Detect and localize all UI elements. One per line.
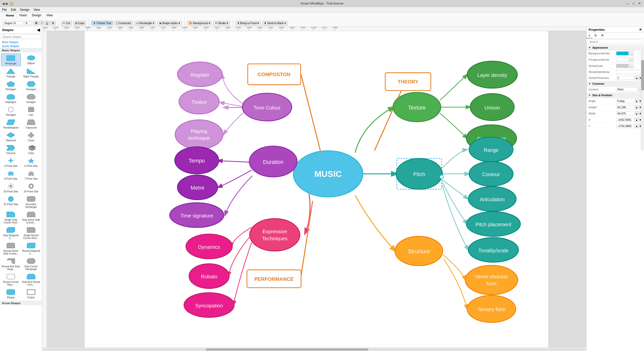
angle-input[interactable] — [616, 99, 634, 103]
x-up-btn[interactable]: ▲ — [635, 118, 638, 122]
props-search-input[interactable] — [588, 40, 643, 44]
quick-shapes-link[interactable]: Quick Shapes — [0, 44, 42, 48]
shapes-search-input[interactable] — [1, 35, 41, 39]
shape-ellipse[interactable]: Ellipse — [21, 53, 41, 66]
node-playing-technique[interactable] — [175, 120, 223, 149]
props-tab-3[interactable]: ⚙ — [599, 33, 606, 38]
shape-16-point-star[interactable]: 16-Point Star — [1, 182, 21, 194]
shape-32-point-star[interactable]: 32-Point Star — [1, 194, 21, 209]
props-tab-1[interactable]: ≡ — [587, 33, 592, 38]
home-btn[interactable]: 🏠 — [10, 2, 14, 6]
stroke-dash-input[interactable] — [616, 70, 642, 74]
bring-to-front-btn[interactable]: ⬆ Bring to Front ▾ — [235, 21, 261, 26]
props-tab-2[interactable]: ☰ — [592, 33, 599, 38]
h-scrollbar-thumb[interactable] — [206, 348, 369, 350]
shape-pentagon[interactable]: Pentagon — [1, 79, 21, 92]
stroke-color-picker-btn[interactable]: … — [629, 64, 634, 68]
shape-styles-btn[interactable]: ◈ Shape styles ▾ — [157, 21, 182, 26]
node-verse-chorus[interactable] — [465, 265, 518, 295]
send-to-back-btn[interactable]: ⬇ Send to Back ▾ — [262, 21, 288, 26]
shape-heptagon[interactable]: Heptagon — [1, 92, 21, 104]
shape-parallelogram[interactable]: Parallelogram — [1, 118, 21, 130]
v-scrollbar[interactable] — [641, 50, 644, 150]
maximize-btn[interactable]: □ — [631, 1, 636, 6]
shape-can[interactable]: Can — [21, 105, 41, 117]
height-up-btn[interactable]: ▲ — [635, 105, 638, 109]
section-arrow-shapes[interactable]: Arrow Shapes — [0, 301, 42, 305]
shape-24-point-star[interactable]: 24-Point Star — [21, 182, 41, 194]
shape-single-snip-corner[interactable]: Single Snip Corner Rect. — [1, 210, 21, 225]
shape-trapezoid[interactable]: Trapezoid — [21, 118, 41, 130]
shape-round-diagonal[interactable]: Round Diagonal C... — [21, 241, 41, 256]
strikethrough-btn[interactable]: S — [50, 21, 56, 25]
menu-file[interactable]: File — [2, 8, 7, 12]
shape-octagon[interactable]: Octagon — [21, 92, 41, 104]
stroke-thickness-up-btn[interactable]: ▲ — [635, 76, 638, 80]
shape-snap-round[interactable]: Round And Snip Singl... — [1, 257, 21, 272]
width-input[interactable] — [616, 111, 634, 115]
shape-round-same-side[interactable]: Round Same Side Corner... — [1, 241, 21, 256]
canvas-wrapper[interactable]: MUSIC Pitch Texture Structure Durat — [47, 31, 586, 347]
props-close-btn[interactable]: ✕ — [639, 28, 642, 32]
bg-color-picker-btn[interactable]: … — [629, 51, 634, 56]
background-btn[interactable]: 🎨 Background ▾ — [187, 21, 212, 26]
mindmap-svg[interactable]: MUSIC Pitch Texture Structure Durat — [47, 31, 586, 347]
y-input[interactable] — [616, 124, 634, 128]
italic-btn[interactable]: I — [40, 21, 44, 25]
node-expressive[interactable] — [250, 219, 300, 251]
shape-frame[interactable]: Frame — [21, 288, 41, 300]
shapes-collapse-btn[interactable]: ◀ — [37, 28, 40, 32]
shape-hexagon[interactable]: Hexagon — [21, 79, 41, 92]
tab-insert[interactable]: Insert — [17, 13, 29, 18]
width-up-btn[interactable]: ▲ — [635, 111, 638, 116]
size-position-section-header[interactable]: ▼ Size & Position — [587, 93, 644, 98]
forward-btn[interactable]: ▶ — [6, 2, 9, 6]
shape-round-corner-rect[interactable]: Round Corner Rect... — [1, 272, 21, 287]
tab-home[interactable]: Home — [3, 13, 17, 18]
resize-handle[interactable] — [440, 175, 443, 179]
angle-up-btn[interactable]: ▲ — [635, 99, 638, 103]
menu-design[interactable]: Design — [20, 8, 29, 12]
more-shapes-link[interactable]: More Shapes — [0, 40, 42, 44]
shape-cross[interactable]: Cross — [21, 131, 41, 143]
content-input[interactable]: Pitch — [616, 87, 638, 91]
fg-color-picker-btn[interactable]: … — [629, 57, 634, 62]
shape-rectangle[interactable]: Rectangle — [1, 53, 21, 66]
shape-diamond[interactable]: Diamond — [1, 131, 21, 143]
common-section-header[interactable]: ▼ Common — [587, 81, 644, 86]
shape-cube[interactable]: Cube — [21, 143, 41, 156]
menu-view[interactable]: View — [33, 8, 40, 12]
underline-btn[interactable]: U — [44, 21, 50, 25]
shape-right-triangle[interactable]: Right Triangle — [21, 67, 41, 79]
cut-btn[interactable]: ✂ Cut — [61, 21, 72, 26]
tab-design[interactable]: Design — [29, 13, 44, 18]
shape-5-point-star[interactable]: 5-Point Star — [21, 156, 41, 168]
shape-plaque[interactable]: Plaque — [1, 288, 21, 300]
v-scrollbar-thumb[interactable] — [641, 60, 644, 90]
bg-color-box[interactable] — [616, 51, 629, 55]
rectangle-btn[interactable]: ▭ Rectangle ▾ — [134, 21, 156, 26]
shape-chevron[interactable]: Chevron — [1, 143, 21, 156]
font-size-input[interactable]: 8 — [25, 21, 32, 25]
close-btn[interactable]: ✕ — [637, 1, 642, 6]
pointer-tool-btn[interactable]: 🖱 Pointer Tool — [91, 21, 113, 25]
shape-triangle[interactable]: Triangle — [1, 67, 21, 79]
minimize-btn[interactable]: — — [625, 1, 630, 6]
x-input[interactable] — [616, 118, 634, 122]
stroke-thickness-input[interactable] — [616, 76, 634, 80]
height-input[interactable] — [616, 105, 634, 109]
shape-snip-corner-rect[interactable]: Snip Corner Rectangle — [21, 257, 41, 272]
stroke-color-box[interactable] — [616, 64, 629, 68]
shape-rounded-rectangle[interactable]: Rounded Rectangle — [21, 194, 41, 209]
back-btn[interactable]: ◀ — [2, 2, 5, 6]
y-up-btn[interactable]: ▲ — [635, 124, 638, 128]
stroke-btn[interactable]: ✏ Stroke ▾ — [213, 21, 230, 26]
shape-snip-same-side[interactable]: Snip Same Side Corner... — [21, 210, 41, 225]
fg-color-box[interactable] — [616, 58, 629, 62]
connector-btn[interactable]: ⤵ Connector — [114, 21, 133, 25]
shape-7-point-star[interactable]: 7-Point Star — [21, 169, 41, 181]
shape-single-round-corner[interactable]: Single Round Corner Rect... — [21, 225, 41, 241]
shape-decagon[interactable]: Decagon — [1, 105, 21, 117]
appearance-section-header[interactable]: ▼ Appearance — [587, 45, 644, 50]
shape-snip-diagonal[interactable]: Snip Diagonal C... — [1, 225, 21, 241]
